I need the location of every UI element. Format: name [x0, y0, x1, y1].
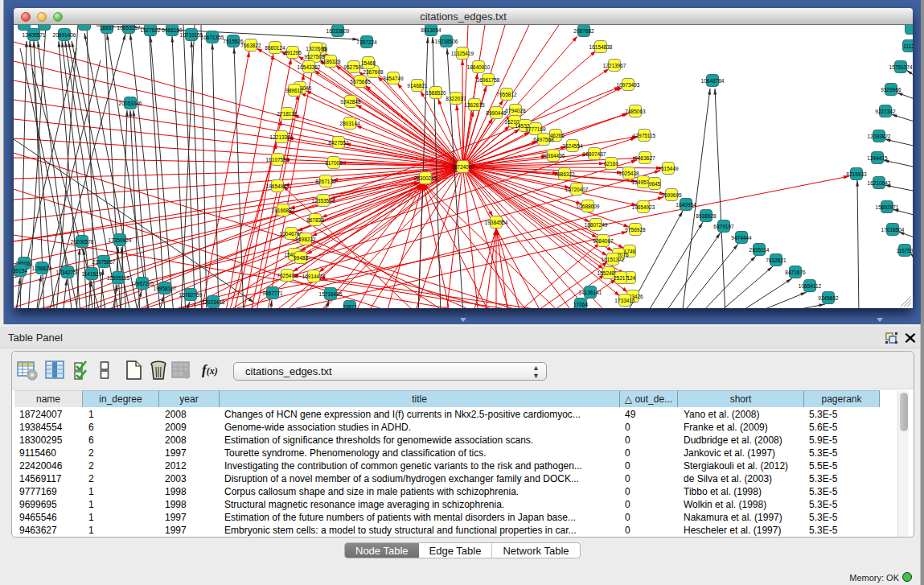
svg-text:62160: 62160	[604, 161, 618, 167]
svg-text:16033809: 16033809	[326, 28, 350, 34]
svg-text:8813054: 8813054	[421, 27, 441, 33]
svg-text:19958107: 19958107	[154, 286, 177, 291]
svg-text:17957225: 17957225	[131, 281, 154, 286]
svg-text:9756928: 9756928	[625, 227, 646, 233]
svg-text:19384554: 19384554	[485, 220, 508, 225]
svg-text:1362615: 1362615	[464, 102, 485, 108]
svg-text:9474444: 9474444	[731, 235, 752, 241]
svg-text:15692971: 15692971	[876, 204, 899, 210]
svg-text:17359924: 17359924	[109, 237, 132, 243]
svg-text:12093822: 12093822	[868, 134, 891, 139]
svg-text:15716485: 15716485	[319, 291, 343, 297]
svg-text:9146821: 9146821	[407, 83, 428, 89]
svg-text:16961758: 16961758	[477, 77, 500, 83]
svg-text:19654923: 19654923	[632, 204, 655, 210]
svg-text:9645: 9645	[649, 181, 661, 187]
svg-text:10719155: 10719155	[180, 32, 203, 38]
svg-text:19218506: 19218506	[435, 39, 458, 44]
svg-text:10688609: 10688609	[577, 204, 600, 209]
svg-text:20871: 20871	[343, 304, 357, 309]
svg-text:28300215: 28300215	[414, 175, 437, 181]
svg-text:8215933: 8215933	[846, 171, 867, 177]
svg-text:7632621: 7632621	[766, 257, 786, 263]
svg-text:17016504: 17016504	[881, 227, 905, 233]
svg-text:1244415: 1244415	[867, 155, 888, 161]
svg-text:8660124: 8660124	[265, 45, 285, 51]
svg-text:14136141: 14136141	[579, 290, 602, 295]
svg-text:12353594: 12353594	[312, 198, 335, 204]
svg-text:2718126: 2718126	[277, 111, 298, 117]
svg-text:1112: 1112	[903, 43, 913, 49]
svg-text:5675685: 5675685	[350, 79, 371, 84]
svg-text:16107553: 16107553	[266, 157, 290, 163]
svg-text:7357224: 7357224	[356, 39, 377, 45]
svg-text:1733416: 1733416	[614, 298, 635, 303]
svg-text:3624554: 3624554	[562, 143, 583, 149]
svg-text:16154838: 16154838	[589, 44, 613, 50]
svg-text:891295: 891295	[284, 50, 302, 56]
svg-text:10654112: 10654112	[799, 283, 822, 289]
svg-text:9227342: 9227342	[875, 109, 896, 114]
svg-text:12975115: 12975115	[633, 133, 656, 138]
svg-text:1141519: 1141519	[82, 271, 102, 277]
svg-text:8267130: 8267130	[315, 179, 336, 184]
svg-text:6879197: 6879197	[713, 224, 734, 229]
svg-text:8471676: 8471676	[785, 270, 806, 275]
svg-text:11325419: 11325419	[451, 51, 474, 56]
svg-text:7663822: 7663822	[240, 43, 261, 48]
svg-text:15720407: 15720407	[565, 187, 589, 192]
svg-text:6794028: 6794028	[505, 108, 526, 113]
svg-text:6497568: 6497568	[533, 137, 554, 142]
svg-text:1527602: 1527602	[140, 27, 161, 33]
svg-text:10807487: 10807487	[583, 151, 606, 157]
svg-text:817006: 817006	[325, 160, 343, 166]
svg-text:8990448: 8990448	[486, 110, 507, 116]
svg-text:15468: 15468	[361, 60, 376, 66]
svg-text:9084067: 9084067	[593, 238, 614, 244]
svg-text:18724007: 18724007	[451, 164, 474, 170]
svg-text:8427552: 8427552	[328, 140, 349, 146]
svg-text:18807249: 18807249	[585, 222, 608, 228]
svg-text:16210643: 16210643	[868, 180, 891, 186]
svg-text:10973493: 10973493	[617, 82, 640, 88]
svg-text:20691406: 20691406	[53, 32, 76, 38]
svg-text:12342757: 12342757	[56, 270, 80, 275]
svg-text:1156829: 1156829	[32, 266, 52, 271]
svg-text:12405571: 12405571	[23, 32, 46, 38]
svg-text:7955812: 7955812	[496, 92, 517, 97]
svg-text:9527508: 9527508	[304, 54, 325, 60]
svg-text:16151372: 16151372	[602, 257, 625, 262]
svg-text:2367608: 2367608	[363, 69, 384, 75]
svg-text:9699695: 9699695	[661, 192, 682, 198]
svg-text:1025438: 1025438	[618, 171, 639, 176]
svg-text:12213967: 12213967	[603, 63, 626, 68]
svg-text:12213369: 12213369	[270, 134, 294, 140]
svg-text:19654983: 19654983	[266, 183, 290, 189]
svg-text:9245652: 9245652	[818, 295, 839, 301]
svg-text:9498222: 9498222	[295, 237, 316, 242]
svg-text:99488: 99488	[294, 255, 308, 261]
svg-text:7986322: 7986322	[554, 171, 575, 177]
svg-text:9515449: 9515449	[658, 166, 679, 171]
svg-text:9463627: 9463627	[634, 155, 655, 161]
svg-text:9329966: 9329966	[881, 87, 901, 93]
svg-text:8186328: 8186328	[320, 59, 341, 64]
svg-text:8938928: 8938928	[696, 213, 717, 219]
svg-text:8322037: 8322037	[446, 96, 466, 101]
svg-text:16671355: 16671355	[201, 35, 224, 40]
svg-text:15751074: 15751074	[889, 64, 913, 70]
svg-text:39154: 39154	[14, 268, 27, 274]
svg-text:9777169: 9777169	[525, 126, 546, 132]
svg-text:12923448: 12923448	[202, 299, 225, 305]
svg-text:23975867: 23975867	[92, 259, 116, 265]
svg-text:17064: 17064	[573, 302, 588, 307]
svg-text:16782759: 16782759	[179, 292, 203, 298]
svg-text:20053346: 20053346	[119, 101, 142, 106]
svg-text:20206578: 20206578	[71, 239, 94, 245]
svg-text:9242848: 9242848	[340, 99, 361, 105]
svg-text:16914479: 16914479	[302, 274, 326, 279]
svg-text:16543362: 16543362	[298, 64, 321, 70]
svg-text:2803144: 2803144	[339, 121, 360, 126]
svg-text:7625402: 7625402	[277, 273, 298, 278]
svg-text:2087682: 2087682	[573, 28, 594, 34]
